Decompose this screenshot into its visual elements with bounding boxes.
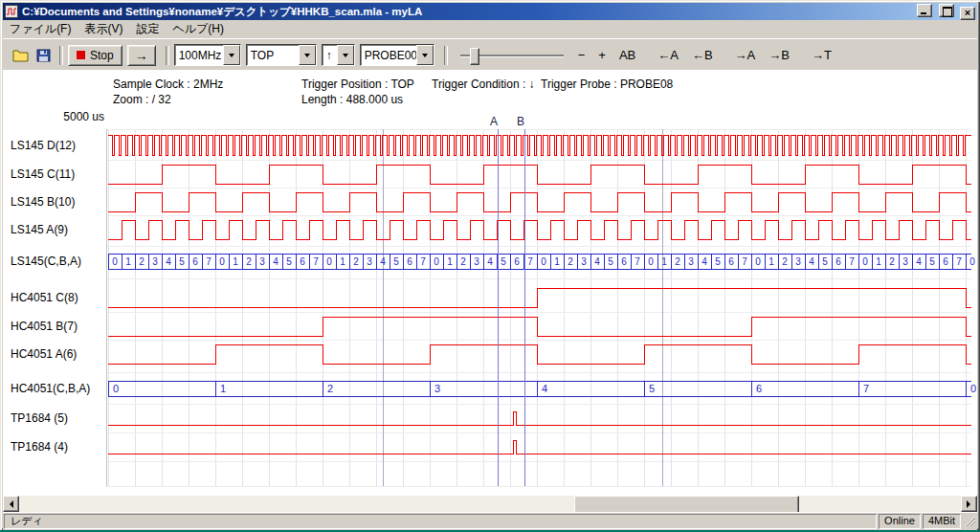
folder-icon (12, 49, 29, 62)
bus-value: 1 (661, 256, 667, 267)
chevron-down-icon[interactable] (416, 45, 434, 65)
bus-value: 2 (568, 256, 573, 267)
bus-value: 6 (835, 256, 841, 267)
bus-value: 6 (407, 256, 412, 267)
bus-value: 3 (688, 256, 694, 267)
bus-value: 2 (327, 383, 333, 394)
titlebar[interactable]: C:¥Documents and Settings¥noname¥デスクトップ¥… (3, 3, 977, 20)
cursor-ab-button[interactable]: AB (613, 44, 641, 66)
open-file-button[interactable] (9, 45, 32, 66)
chevron-down-icon[interactable] (337, 45, 354, 65)
zoom-in-button[interactable]: + (592, 44, 612, 66)
menu-settings[interactable]: 設定 (129, 19, 166, 39)
floppy-icon (36, 49, 51, 62)
waveform-plot: 0123456701234567012345670123456701234567… (3, 70, 977, 496)
bus-value: 3 (474, 256, 479, 267)
bus-value: 0 (648, 256, 654, 267)
window-title: C:¥Documents and Settings¥noname¥デスクトップ¥… (22, 5, 915, 19)
trigger-edge-value: ↑ (323, 49, 337, 62)
close-button[interactable]: × (960, 7, 975, 20)
goto-cursor-b-left-button[interactable]: ←B (686, 44, 719, 66)
bus-value: 5 (822, 256, 828, 267)
slider-thumb[interactable] (470, 48, 479, 65)
zoom-out-button[interactable]: − (572, 44, 591, 66)
trigger-position-value: TOP (247, 49, 299, 62)
waveform-channel-2 (108, 192, 971, 211)
chevron-down-icon[interactable] (223, 45, 240, 65)
scroll-left-button[interactable] (3, 496, 19, 512)
bus-value: 1 (768, 256, 774, 267)
bus-value: 4 (487, 256, 493, 267)
trigger-position-select[interactable]: TOP (246, 44, 317, 66)
cursor-label-a: A (490, 115, 498, 128)
right-arrow-icon (967, 500, 974, 508)
menu-view[interactable]: 表示(V) (78, 19, 129, 39)
stop-icon (77, 51, 85, 59)
bus-value: 3 (434, 383, 440, 394)
menu-help[interactable]: ヘルプ(H) (166, 19, 231, 39)
maximize-button[interactable] (939, 4, 954, 17)
waveform-channel-9 (108, 411, 971, 425)
bus-value: 0 (113, 383, 119, 394)
down-arrow-icon (422, 54, 428, 60)
bus-value: 7 (956, 256, 962, 267)
horizontal-scrollbar[interactable] (3, 496, 977, 512)
bus-value: 4 (702, 256, 707, 267)
down-arrow-icon (343, 54, 348, 60)
bus-value: 6 (943, 256, 948, 267)
save-file-button[interactable] (32, 45, 55, 66)
trigger-edge-select[interactable]: ↑ (322, 44, 355, 66)
bus-value: 2 (460, 256, 466, 267)
stop-button[interactable]: Stop (68, 45, 122, 66)
bus-value: 3 (367, 256, 372, 267)
bus-value: 6 (300, 256, 305, 267)
waveform-channel-1 (108, 165, 971, 184)
clock-select[interactable]: 100MHz (174, 44, 241, 66)
down-arrow-icon (304, 54, 310, 60)
bus-value: 3 (902, 256, 908, 267)
menu-file[interactable]: ファイル(F) (3, 19, 78, 39)
bus-value: 0 (755, 256, 761, 267)
stop-label: Stop (90, 49, 114, 62)
bus-value: 6 (621, 256, 627, 267)
minimize-button[interactable] (917, 4, 932, 17)
waveform-channel-7 (108, 344, 971, 364)
resize-grip[interactable] (963, 514, 976, 529)
bus-value: 3 (152, 256, 158, 267)
bus-value: 7 (527, 256, 533, 267)
goto-cursor-a-left-button[interactable]: ←A (652, 44, 684, 66)
bus-value: 7 (635, 256, 640, 267)
bus-value: 2 (675, 256, 680, 267)
trigger-probe-select[interactable]: PROBE00 (360, 44, 434, 66)
toolbar-separator (166, 46, 169, 65)
left-arrow-icon (6, 500, 13, 508)
bus-value: 1 (340, 256, 345, 267)
goto-cursor-b-right-button[interactable]: →B (763, 44, 795, 66)
toolbar-separator (59, 46, 63, 65)
bus-value: 7 (849, 256, 855, 267)
scroll-right-button[interactable] (961, 496, 977, 512)
goto-cursor-a-right-button[interactable]: →A (729, 44, 762, 66)
maximize-icon (943, 7, 952, 17)
bus-value: 4 (166, 256, 171, 267)
bus-value: 0 (541, 256, 546, 267)
status-message: レディ (4, 514, 877, 529)
goto-trigger-button[interactable]: →T (806, 44, 837, 66)
bus-value: 1 (125, 256, 131, 267)
bus-value: 5 (501, 256, 506, 267)
bus-value: 5 (715, 256, 721, 267)
bus-value: 5 (929, 256, 935, 267)
chevron-down-icon[interactable] (299, 45, 316, 65)
window-content: C:¥Documents and Settings¥noname¥デスクトップ¥… (3, 3, 977, 527)
bus-value: 7 (420, 256, 426, 267)
run-button[interactable]: → (127, 45, 156, 66)
bus-value: 1 (233, 256, 238, 267)
bus-value: 2 (889, 256, 895, 267)
waveform-channel-6 (108, 317, 971, 336)
bus-value: 4 (916, 256, 922, 267)
bus-value: 5 (286, 256, 292, 267)
bus-value: 5 (608, 256, 613, 267)
toolbar: Stop → 100MHz TOP ↑ PROBE00 (3, 38, 977, 72)
zoom-slider[interactable] (458, 45, 566, 66)
waveform-channel-10 (108, 440, 971, 454)
